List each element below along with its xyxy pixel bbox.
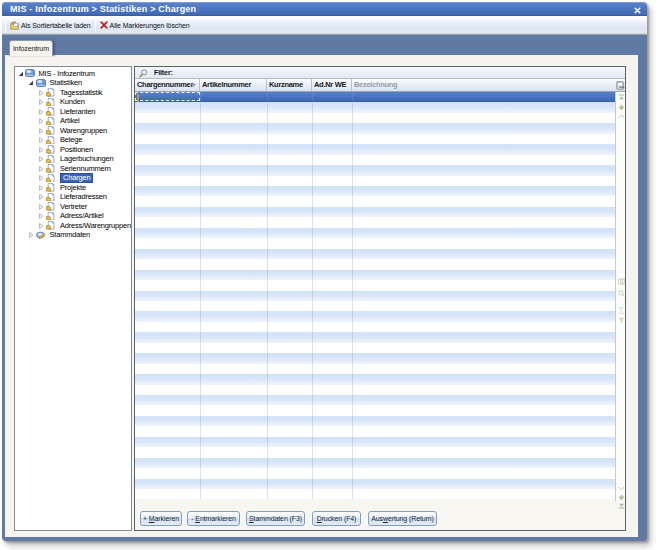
focused-cell[interactable]: [135, 92, 200, 101]
grid-row[interactable]: [135, 332, 616, 342]
grid-row[interactable]: [135, 374, 616, 384]
load-sorttable-button[interactable]: Als Sortiertabelle laden: [6, 17, 95, 34]
scroll-bottom-icon[interactable]: [618, 502, 625, 509]
tree-item-positionen[interactable]: Positionen: [15, 145, 131, 155]
tree-collapse-arrow-icon[interactable]: [38, 147, 44, 153]
titlebar[interactable]: MIS - Infozentrum > Statistiken > Charge…: [2, 2, 647, 16]
tree-expand-arrow-icon[interactable]: [18, 71, 24, 77]
auswertung-return-button[interactable]: Auswertung (Return): [368, 511, 437, 526]
tree-item-kunden[interactable]: Kunden: [15, 97, 131, 107]
grid-row[interactable]: [135, 238, 616, 248]
column-chooser-icon[interactable]: [616, 80, 625, 91]
scroll-down-icon[interactable]: [618, 494, 625, 501]
grid-row[interactable]: [135, 395, 616, 405]
tree-collapse-arrow-icon[interactable]: [38, 166, 44, 172]
tree-item-belege[interactable]: Belege: [15, 135, 131, 145]
tree-item-warengruppen[interactable]: Warengruppen: [15, 126, 131, 136]
tree-collapse-arrow-icon[interactable]: [38, 185, 44, 191]
scroll-up-icon[interactable]: [618, 104, 625, 111]
sum-icon[interactable]: [618, 307, 625, 314]
grid-row[interactable]: [135, 343, 616, 353]
tree-item-stammdaten[interactable]: Stammdaten: [15, 230, 131, 240]
grid-row[interactable]: [135, 259, 616, 269]
column-header-artikelnummer[interactable]: Artikelnummer: [200, 79, 267, 91]
grid-row[interactable]: [135, 207, 616, 217]
grid-row[interactable]: [135, 217, 616, 227]
markieren-button[interactable]: + Markieren: [140, 511, 182, 526]
tree-expand-arrow-icon[interactable]: [28, 80, 34, 86]
tree-collapse-arrow-icon[interactable]: [38, 204, 44, 210]
tree-item-projekte[interactable]: Projekte: [15, 183, 131, 193]
columns-icon[interactable]: [618, 278, 625, 285]
tree-collapse-arrow-icon[interactable]: [38, 128, 44, 134]
column-header-chargennummer[interactable]: Chargennummer: [135, 79, 200, 91]
tree-item-mis-infozentrum[interactable]: MIS - Infozentrum: [15, 69, 131, 79]
scroll-down-faint-icon[interactable]: [618, 485, 625, 492]
grid-filter-row[interactable]: Filter:: [135, 67, 625, 79]
tree-collapse-arrow-icon[interactable]: [38, 99, 44, 105]
tree-collapse-arrow-icon[interactable]: [38, 90, 44, 96]
scroll-top-icon[interactable]: [618, 94, 625, 101]
grid-row[interactable]: [135, 447, 616, 457]
grid-row[interactable]: [135, 385, 616, 395]
grid-row[interactable]: [135, 197, 616, 207]
tree-item-lieferadressen[interactable]: Lieferadressen: [15, 192, 131, 202]
tree-collapse-arrow-icon[interactable]: [28, 232, 34, 238]
tree-collapse-arrow-icon[interactable]: [38, 156, 44, 162]
stammdaten-f3-button[interactable]: Stammdaten (F3): [246, 511, 305, 526]
tree-item-chargen[interactable]: Chargen: [15, 173, 131, 183]
grid-row[interactable]: [135, 301, 616, 311]
grid-row[interactable]: [135, 468, 616, 478]
grid-row[interactable]: [135, 228, 616, 238]
grid-row[interactable]: [135, 311, 616, 321]
tree-item-seriennummern[interactable]: Seriennummern: [15, 164, 131, 174]
tree-collapse-arrow-icon[interactable]: [38, 213, 44, 219]
tree-collapse-arrow-icon[interactable]: [38, 118, 44, 124]
grid-row[interactable]: [135, 123, 616, 133]
column-header-ad-nr-we[interactable]: Ad.Nr WE: [312, 79, 352, 91]
grid-row[interactable]: [135, 426, 616, 436]
entmarkieren-button[interactable]: - Entmarkieren: [187, 511, 240, 526]
grid-row[interactable]: [135, 291, 616, 301]
grid-row[interactable]: [135, 322, 616, 332]
grid-row[interactable]: [135, 364, 616, 374]
scroll-up-faint-icon[interactable]: [618, 113, 625, 120]
tree-item-lieferanten[interactable]: Lieferanten: [15, 107, 131, 117]
tree-item-tagesstatistik[interactable]: Tagesstatistik: [15, 88, 131, 98]
grid-row[interactable]: [135, 280, 616, 290]
close-icon[interactable]: [634, 7, 641, 14]
grid-row[interactable]: [135, 165, 616, 175]
grid-row[interactable]: [135, 249, 616, 259]
clear-marks-button[interactable]: Alle Markierungen löschen: [96, 17, 194, 34]
grid-row[interactable]: [135, 479, 616, 489]
tree-item-adress-warengruppen[interactable]: Adress/Warengruppen: [15, 221, 131, 231]
drucken-f4-button[interactable]: Drucken (F4): [312, 511, 361, 526]
grid-row[interactable]: [135, 102, 616, 112]
filter-funnel-icon[interactable]: [618, 317, 625, 324]
grid-row[interactable]: [135, 270, 616, 280]
tree-collapse-arrow-icon[interactable]: [38, 194, 44, 200]
tree-item-artikel[interactable]: Artikel: [15, 116, 131, 126]
grid-row[interactable]: [135, 176, 616, 186]
grid-row[interactable]: [135, 134, 616, 144]
column-header-bezeichnung[interactable]: Bezeichnung: [352, 79, 616, 91]
tree-collapse-arrow-icon[interactable]: [38, 109, 44, 115]
grid-row[interactable]: [135, 353, 616, 363]
grid-row-selected[interactable]: [135, 92, 616, 102]
tree-collapse-arrow-icon[interactable]: [38, 223, 44, 229]
grid-row[interactable]: [135, 416, 616, 426]
search-icon[interactable]: [618, 290, 625, 297]
tab-infozentrum[interactable]: Infozentrum: [9, 40, 53, 56]
tree-collapse-arrow-icon[interactable]: [38, 175, 44, 181]
tree-item-vertreter[interactable]: Vertreter: [15, 202, 131, 212]
tree-item-statistiken[interactable]: Statistiken: [15, 78, 131, 88]
grid-row[interactable]: [135, 144, 616, 154]
grid-row[interactable]: [135, 186, 616, 196]
grid-row[interactable]: [135, 155, 616, 165]
tree-item-adress-artikel[interactable]: Adress/Artikel: [15, 211, 131, 221]
grid-row[interactable]: [135, 489, 616, 499]
tree-collapse-arrow-icon[interactable]: [38, 137, 44, 143]
grid-row[interactable]: [135, 113, 616, 123]
grid-row[interactable]: [135, 437, 616, 447]
column-header-kurzname[interactable]: Kurzname: [267, 79, 312, 91]
